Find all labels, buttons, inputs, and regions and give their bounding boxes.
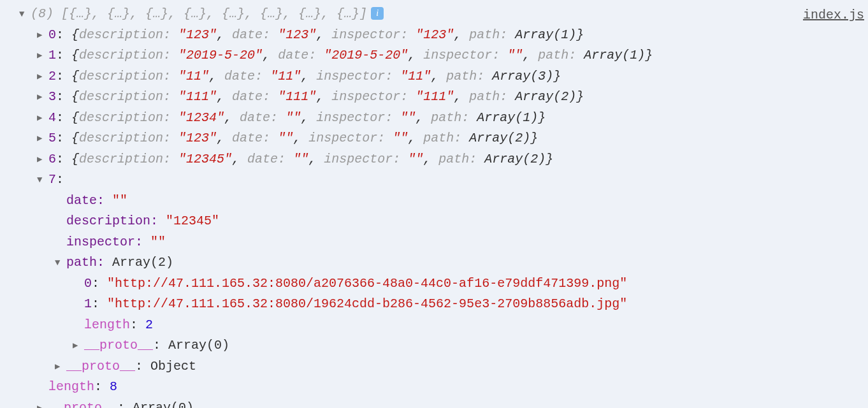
chevron-right-icon[interactable]: ▶ [37, 108, 48, 129]
object-preview: {description: "1234", date: "", inspecto… [71, 110, 546, 125]
prop-description: description: "12345" [0, 211, 868, 232]
array-index: 4 [48, 110, 56, 125]
chevron-right-icon[interactable]: ▶ [37, 87, 48, 108]
val-proto: Object [150, 359, 196, 374]
val-length: 8 [110, 379, 117, 394]
path-proto[interactable]: ▶__proto__: Array(0) [0, 335, 868, 356]
array-index: 7 [48, 172, 56, 187]
path-value-1: "http://47.111.165.32:8080/19624cdd-b286… [107, 296, 627, 311]
key-proto: __proto__ [66, 359, 135, 374]
array-length: length: 8 [0, 377, 868, 398]
key-inspector: inspector: [66, 235, 150, 249]
key-date: date: [66, 193, 112, 208]
prop-inspector: inspector: "" [0, 232, 868, 253]
chevron-right-icon[interactable]: ▶ [37, 45, 48, 66]
array-index: 6 [48, 152, 56, 166]
array-length-label: (8) [31, 6, 54, 21]
object-preview: {description: "2019-5-20", date: "2019-5… [71, 48, 653, 62]
array-index: 1 [48, 48, 56, 62]
array-item-3[interactable]: ▶3: {description: "111", date: "111", in… [0, 87, 868, 108]
path-index-1: 1 [84, 296, 92, 311]
chevron-right-icon[interactable]: ▶ [37, 149, 48, 170]
console-object-root: ▼(8) [{…}, {…}, {…}, {…}, {…}, {…}, {…},… [0, 0, 868, 408]
chevron-right-icon[interactable]: ▶ [37, 25, 48, 46]
chevron-down-icon[interactable]: ▼ [37, 170, 48, 191]
array-index: 0 [48, 27, 56, 42]
object-preview: {description: "12345", date: "", inspect… [71, 152, 553, 166]
prop-path-header[interactable]: ▼path: Array(2) [0, 252, 868, 273]
array-item-4[interactable]: ▶4: {description: "1234", date: "", insp… [0, 108, 868, 129]
object-preview: {description: "11", date: "11", inspecto… [71, 69, 561, 84]
chevron-right-icon[interactable]: ▶ [37, 398, 48, 409]
array-preview: [{…}, {…}, {…}, {…}, {…}, {…}, {…}, {…}] [61, 6, 367, 21]
key-length: length [84, 317, 130, 332]
array-item-7-header[interactable]: ▼7: [0, 170, 868, 191]
array-item-2[interactable]: ▶2: {description: "11", date: "11", insp… [0, 66, 868, 87]
array-item-6[interactable]: ▶6: {description: "12345", date: "", ins… [0, 149, 868, 170]
val-proto: Array(0) [168, 338, 229, 353]
array-index: 3 [48, 89, 56, 104]
array-item-5[interactable]: ▶5: {description: "123", date: "", inspe… [0, 128, 868, 149]
array-index: 2 [48, 69, 56, 84]
array-index: 5 [48, 131, 56, 145]
array-proto[interactable]: ▶__proto__: Array(0) [0, 398, 868, 409]
object-preview: {description: "123", date: "123", inspec… [71, 27, 584, 42]
path-item-0: 0: "http://47.111.165.32:8080/a2076366-4… [0, 273, 868, 295]
val-proto: Array(0) [133, 400, 194, 409]
val-inspector: "" [150, 235, 166, 249]
object-preview: {description: "123", date: "", inspector… [71, 131, 538, 145]
chevron-down-icon[interactable]: ▼ [55, 252, 66, 273]
key-length: length [48, 379, 94, 394]
prop-date: date: "" [0, 191, 868, 212]
val-date: "" [112, 193, 127, 208]
path-value-0: "http://47.111.165.32:8080/a2076366-48a0… [107, 276, 627, 291]
key-proto: __proto__ [84, 338, 153, 353]
chevron-right-icon[interactable]: ▶ [73, 335, 84, 356]
key-path: path: [66, 255, 112, 270]
key-description: description: [66, 214, 166, 228]
array-item-0[interactable]: ▶0: {description: "123", date: "123", in… [0, 25, 868, 46]
key-proto: __proto__ [48, 400, 117, 409]
info-icon[interactable]: i [371, 7, 384, 20]
object-preview: {description: "111", date: "111", inspec… [71, 89, 584, 104]
chevron-right-icon[interactable]: ▶ [55, 356, 66, 377]
chevron-down-icon[interactable]: ▼ [19, 4, 31, 25]
path-length: length: 2 [0, 315, 868, 336]
chevron-right-icon[interactable]: ▶ [37, 128, 48, 149]
source-file-link[interactable]: index.js [803, 5, 864, 26]
array-header-row[interactable]: ▼(8) [{…}, {…}, {…}, {…}, {…}, {…}, {…},… [0, 4, 868, 25]
path-item-1: 1: "http://47.111.165.32:8080/19624cdd-b… [0, 294, 868, 315]
path-index-0: 0 [84, 276, 92, 291]
obj-proto[interactable]: ▶__proto__: Object [0, 356, 868, 377]
val-path: Array(2) [112, 255, 173, 270]
val-length: 2 [145, 317, 153, 332]
chevron-right-icon[interactable]: ▶ [37, 66, 48, 87]
array-item-1[interactable]: ▶1: {description: "2019-5-20", date: "20… [0, 45, 868, 66]
val-description: "12345" [166, 214, 219, 228]
